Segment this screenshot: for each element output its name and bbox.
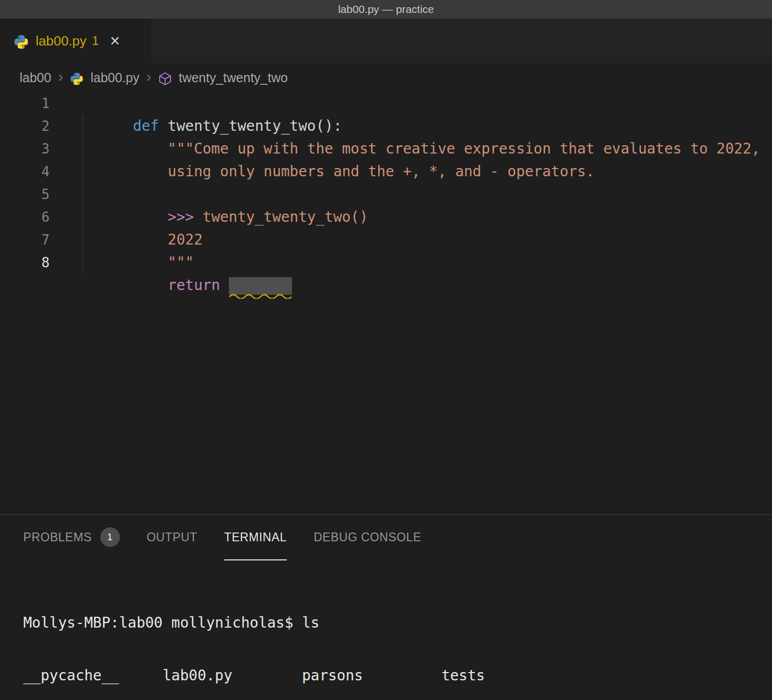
code-token: return	[168, 277, 220, 294]
line-number: 3	[0, 138, 50, 160]
line-number: 2	[0, 115, 50, 138]
code-line-3[interactable]: 3 using only numbers and the +, *, and -…	[0, 138, 772, 160]
tab-problems[interactable]: PROBLEMS 1	[23, 515, 120, 560]
code-token	[220, 277, 229, 294]
code-line-7[interactable]: 7 """	[0, 229, 772, 251]
tab-debug-console[interactable]: DEBUG CONSOLE	[314, 515, 421, 560]
line-number-active: 8	[0, 251, 50, 274]
line-number: 5	[0, 183, 50, 206]
python-icon	[13, 34, 29, 50]
breadcrumb: lab00 › lab00.py › twenty_twenty_two	[0, 63, 772, 92]
tab-problems-count: 1	[92, 34, 99, 48]
code-line-1[interactable]: 1def twenty_twenty_two():	[0, 92, 772, 115]
code-editor[interactable]: 1def twenty_twenty_two(): 2 """Come up w…	[0, 92, 772, 514]
code-line-6[interactable]: 6 2022	[0, 206, 772, 229]
close-icon[interactable]: ✕	[110, 34, 120, 49]
tab-lab00py[interactable]: lab00.py 1 ✕	[0, 19, 151, 63]
title-bar: lab00.py — practice	[0, 0, 772, 19]
tab-output-label: OUTPUT	[147, 530, 197, 544]
terminal[interactable]: Mollys-MBP:lab00 mollynicholas$ ls __pyc…	[0, 560, 772, 700]
breadcrumb-file[interactable]: lab00.py	[90, 70, 140, 85]
line-number: 4	[0, 160, 50, 183]
symbol-method-icon	[158, 72, 172, 86]
code-line-5[interactable]: 5 >>> twenty_twenty_two()	[0, 183, 772, 206]
problems-count-badge: 1	[100, 527, 120, 547]
chevron-right-icon: ›	[58, 69, 63, 84]
bottom-panel: PROBLEMS 1 OUTPUT TERMINAL DEBUG CONSOLE…	[0, 514, 772, 700]
tab-debug-console-label: DEBUG CONSOLE	[314, 530, 421, 544]
code-line-2[interactable]: 2 """Come up with the most creative expr…	[0, 115, 772, 138]
line-number: 1	[0, 92, 50, 115]
panel-tab-bar: PROBLEMS 1 OUTPUT TERMINAL DEBUG CONSOLE	[0, 515, 772, 560]
line-number: 6	[0, 206, 50, 229]
line-number: 7	[0, 229, 50, 251]
tab-filename: lab00.py	[36, 33, 86, 49]
breadcrumb-symbol[interactable]: twenty_twenty_two	[179, 70, 288, 85]
chevron-right-icon: ›	[146, 69, 151, 84]
warning-squiggle-icon	[229, 294, 292, 299]
code-line-4[interactable]: 4	[0, 160, 772, 183]
terminal-line: Mollys-MBP:lab00 mollynicholas$ ls	[23, 614, 772, 632]
tab-problems-label: PROBLEMS	[23, 530, 92, 544]
code-token	[133, 277, 167, 294]
trailing-whitespace-highlight	[229, 277, 292, 295]
breadcrumb-folder[interactable]: lab00	[20, 70, 51, 85]
window-title: lab00.py — practice	[338, 3, 434, 16]
tab-output[interactable]: OUTPUT	[147, 515, 197, 560]
terminal-line: __pycache__ lab00.py parsons tests	[23, 667, 772, 684]
tab-terminal-label: TERMINAL	[224, 530, 287, 544]
tab-terminal[interactable]: TERMINAL	[224, 515, 287, 560]
vscode-window: lab00.py — practice lab00.py 1 ✕ lab00 ›…	[0, 0, 772, 700]
code-line-8[interactable]: 8 return	[0, 251, 772, 274]
python-icon	[70, 72, 84, 86]
tab-bar: lab00.py 1 ✕	[0, 19, 772, 63]
